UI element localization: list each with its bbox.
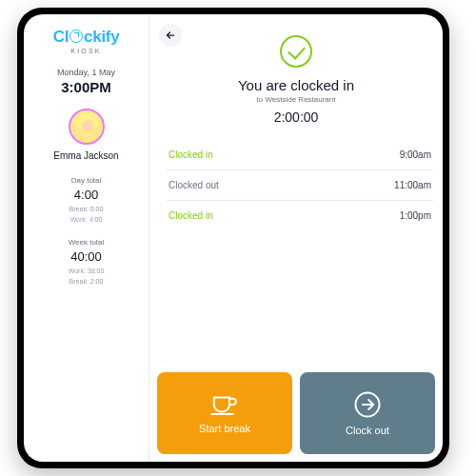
device-frame: Clckify KIOSK Monday, 1 May 3:00PM Emma … [17, 8, 449, 468]
status-subtitle: to Westside Restaurant [165, 95, 427, 104]
log-row: Clocked in 9:00am [167, 140, 433, 170]
week-total-block: Week total 40:00 Work: 38:00 Break: 2:00 [69, 238, 105, 287]
exit-arrow-icon [353, 390, 382, 419]
logo: Clckify KIOSK [53, 28, 120, 54]
user-name: Emma Jackson [53, 150, 118, 161]
log-row: Clocked in 1:00pm [167, 201, 433, 230]
clock-icon [69, 30, 83, 43]
action-bar: Start break Clock out [149, 365, 443, 462]
day-break: Break: 0:00 [69, 205, 104, 215]
week-total-value: 40:00 [69, 249, 105, 264]
logo-subtext: KIOSK [70, 48, 101, 54]
week-total-label: Week total [69, 238, 105, 247]
status-title: You are clocked in [165, 77, 427, 93]
week-work: Work: 38:00 [69, 267, 105, 277]
arrow-left-icon [165, 30, 176, 41]
day-total-value: 4:00 [69, 188, 104, 202]
back-button[interactable] [159, 24, 182, 47]
log-label: Clocked in [169, 210, 213, 221]
day-total-block: Day total 4:00 Break: 0:00 Work: 4:00 [69, 176, 104, 225]
day-work: Work: 4:00 [69, 215, 104, 226]
start-break-label: Start break [199, 423, 250, 434]
current-date: Monday, 1 May [57, 68, 115, 77]
elapsed-time: 2:00:00 [165, 109, 427, 125]
main-panel: You are clocked in to Westside Restauran… [149, 14, 443, 462]
logo-wordmark: Clckify [53, 28, 120, 47]
status-area: You are clocked in to Westside Restauran… [149, 14, 443, 140]
week-break: Break: 2:00 [69, 277, 105, 288]
day-total-label: Day total [69, 176, 104, 185]
start-break-button[interactable]: Start break [157, 372, 292, 454]
clock-out-label: Clock out [346, 425, 389, 436]
check-circle-icon [280, 35, 312, 68]
sidebar: Clckify KIOSK Monday, 1 May 3:00PM Emma … [24, 14, 149, 462]
time-log: Clocked in 9:00am Clocked out 11:00am Cl… [149, 140, 443, 230]
screen: Clckify KIOSK Monday, 1 May 3:00PM Emma … [24, 14, 443, 462]
cup-icon [210, 392, 239, 417]
log-time: 11:00am [394, 180, 431, 190]
avatar[interactable] [69, 109, 105, 145]
log-row: Clocked out 11:00am [167, 170, 433, 201]
current-time: 3:00PM [61, 79, 111, 95]
log-time: 1:00pm [400, 210, 431, 221]
log-label: Clocked in [169, 149, 213, 160]
log-time: 9:00am [400, 149, 431, 160]
clock-out-button[interactable]: Clock out [300, 372, 435, 454]
log-label: Clocked out [169, 180, 219, 190]
